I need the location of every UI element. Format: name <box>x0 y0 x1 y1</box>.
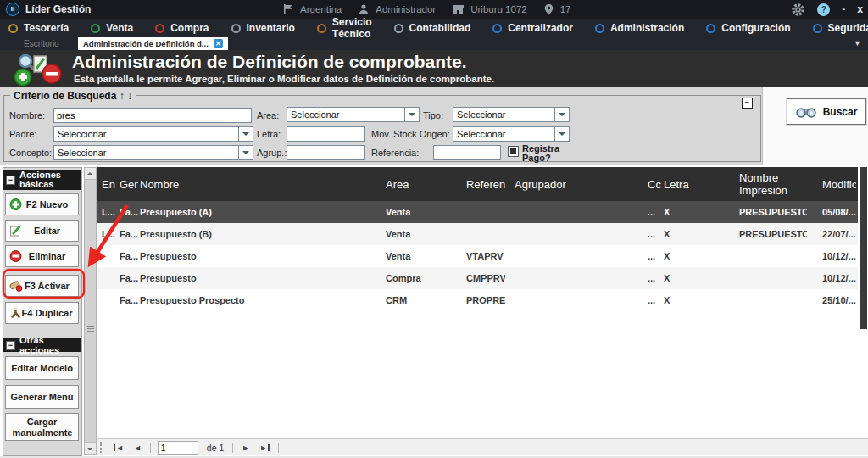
col-header-agrupador[interactable]: Agrupador <box>515 178 642 191</box>
table-row[interactable]: Fa...PresupuestoVentaVTAPRV...X10/12/... <box>97 245 858 267</box>
menu-item-administracion[interactable]: Administración <box>595 22 684 34</box>
col-header-modificado[interactable]: Modificado <box>822 178 856 191</box>
col-header-area[interactable]: Area <box>386 178 458 191</box>
col-header-en[interactable]: En <box>102 178 118 191</box>
col-header-nombre-impresion[interactable]: Nombre Impresión <box>739 171 807 197</box>
tipo-select[interactable]: Seleccionar <box>453 107 570 122</box>
user-label: Administrador <box>376 4 436 14</box>
menu-item-seguridad[interactable]: Seguridad <box>813 22 868 34</box>
registra-pago-checkbox[interactable] <box>508 146 519 157</box>
scrollbar-grip[interactable] <box>87 326 94 333</box>
menu-item-configuracion[interactable]: Configuración <box>706 22 790 34</box>
flag-icon <box>282 3 294 15</box>
concepto-select[interactable]: Seleccionar <box>53 145 253 160</box>
scroll-down-button[interactable] <box>85 442 96 454</box>
mov-stock-origen-select[interactable]: Seleccionar <box>453 126 570 142</box>
help-button[interactable]: ? <box>817 3 830 16</box>
minus-circle-icon <box>9 250 22 263</box>
menu-item-compra[interactable]: Compra <box>155 22 209 34</box>
pager-grip[interactable] <box>100 442 102 453</box>
menu-item-centralizador[interactable]: Centralizador <box>492 22 573 34</box>
menu-item-servicio-tecnico[interactable]: Servicio Técnico <box>317 16 372 40</box>
table-row[interactable]: Fa...Presupuesto ProspectoCRMPROPRE...X2… <box>97 289 858 311</box>
table-cell: CMPPRV <box>466 273 505 283</box>
tab-close-icon[interactable]: ✕ <box>214 39 223 48</box>
table-cell: X <box>664 251 698 261</box>
table-row[interactable]: Fa...PresupuestoCompraCMPPRV...X10/12/..… <box>97 267 858 289</box>
tabbar: Escritorio Administración de Definición … <box>0 37 868 50</box>
col-header-gen[interactable]: Gen <box>120 178 138 191</box>
f4-duplicar-button[interactable]: F4 Duplicar <box>5 302 79 324</box>
sidebar-scrollbar[interactable] <box>84 167 97 455</box>
minimize-button[interactable]: - <box>842 3 845 15</box>
col-header-cc[interactable]: Cc <box>648 178 663 191</box>
f3-activar-button[interactable]: F3 Activar <box>5 275 79 297</box>
module-dot-icon <box>8 24 18 33</box>
duplicate-icon <box>9 307 22 320</box>
tab-administracion-definicion[interactable]: Administración de Definición d... ✕ <box>78 37 228 50</box>
table-cell: PROPRE <box>466 295 505 305</box>
col-header-letra[interactable]: Letra <box>664 178 698 191</box>
collapse-section-icon[interactable]: − <box>6 341 15 350</box>
chevron-down-icon[interactable] <box>554 108 569 121</box>
menu-item-venta[interactable]: Venta <box>91 22 133 34</box>
table-cell: Presupuesto (B) <box>140 229 381 239</box>
divider <box>232 443 233 453</box>
letra-label: Letra: <box>257 129 281 139</box>
f2-nuevo-button[interactable]: F2 Nuevo <box>5 193 79 215</box>
area-select[interactable]: Seleccionar <box>287 107 420 122</box>
letra-input[interactable] <box>287 126 365 142</box>
next-page-button[interactable]: ► <box>242 444 249 452</box>
arrow-right-icon: ► <box>259 444 267 452</box>
chevron-down-icon[interactable] <box>554 127 569 141</box>
table-cell: PRESUPUESTO <box>739 207 807 217</box>
scroll-up-button[interactable] <box>85 168 96 180</box>
divider <box>278 443 279 453</box>
table-row[interactable]: L...Fa...Presupuesto (B)Venta...XPRESUPU… <box>97 223 858 245</box>
close-button[interactable]: x <box>857 3 863 15</box>
agrup-label: Agrup.: <box>257 148 287 158</box>
search-legend: Criterio de Búsqueda ↑ ↓ <box>10 90 136 102</box>
first-page-button[interactable]: ◄ <box>114 444 124 452</box>
buscar-button[interactable]: Buscar <box>787 98 866 125</box>
table-right-scrollbar[interactable] <box>860 167 867 329</box>
cargar-manualmente-button[interactable]: Cargar manualmente <box>5 413 79 441</box>
last-page-button[interactable]: ► <box>259 444 270 452</box>
referencia-input[interactable] <box>433 145 501 160</box>
chevron-down-icon[interactable] <box>238 146 253 159</box>
chevron-down-icon[interactable] <box>238 127 253 141</box>
table-cell: Presupuesto <box>140 273 381 283</box>
chevron-down-icon[interactable] <box>404 108 419 121</box>
collapse-section-icon[interactable]: − <box>6 176 15 185</box>
col-header-referencia[interactable]: Referencia <box>466 178 505 191</box>
menu-item-tesoreria[interactable]: Tesorería <box>8 22 69 34</box>
table-cell: Presupuesto Prospecto <box>140 295 381 305</box>
table-cell: 22/07/... <box>822 229 856 239</box>
table-cell: X <box>664 295 698 305</box>
module-dot-icon <box>813 24 822 33</box>
table-cell: ... <box>648 229 663 239</box>
page-title: Administración de Definición de comproba… <box>72 52 467 72</box>
bar-icon <box>114 444 115 451</box>
tab-overflow-button[interactable]: ▼ <box>854 39 861 47</box>
tab-escritorio[interactable]: Escritorio <box>12 37 71 50</box>
nombre-input[interactable] <box>53 108 252 123</box>
menu-item-inventario[interactable]: Inventario <box>231 22 295 34</box>
otras-acciones-header[interactable]: − Otras acciones <box>3 338 81 352</box>
menu-item-contabilidad[interactable]: Contabilidad <box>394 22 471 34</box>
agrup-input[interactable] <box>287 145 365 160</box>
prev-page-button[interactable]: ◄ <box>134 444 142 452</box>
table-row[interactable]: L...Fa...Presupuesto (A)Venta...XPRESUPU… <box>97 201 858 223</box>
padre-select[interactable]: Seleccionar <box>53 126 253 142</box>
acciones-basicas-header[interactable]: − Acciones básicas <box>3 170 81 190</box>
groupbox-collapse-button[interactable]: − <box>742 98 753 109</box>
generar-menu-button[interactable]: Generar Menú <box>5 385 79 409</box>
table-cell: 05/08/... <box>822 207 856 217</box>
gear-icon[interactable] <box>791 3 805 17</box>
page-number-input[interactable] <box>158 441 198 455</box>
table-cell: Fa... <box>120 295 138 305</box>
editar-modelo-button[interactable]: Editar Modelo <box>5 356 79 380</box>
col-header-nombre[interactable]: Nombre <box>140 178 381 191</box>
eliminar-button[interactable]: Eliminar <box>5 245 79 267</box>
editar-button[interactable]: Editar <box>5 220 79 242</box>
